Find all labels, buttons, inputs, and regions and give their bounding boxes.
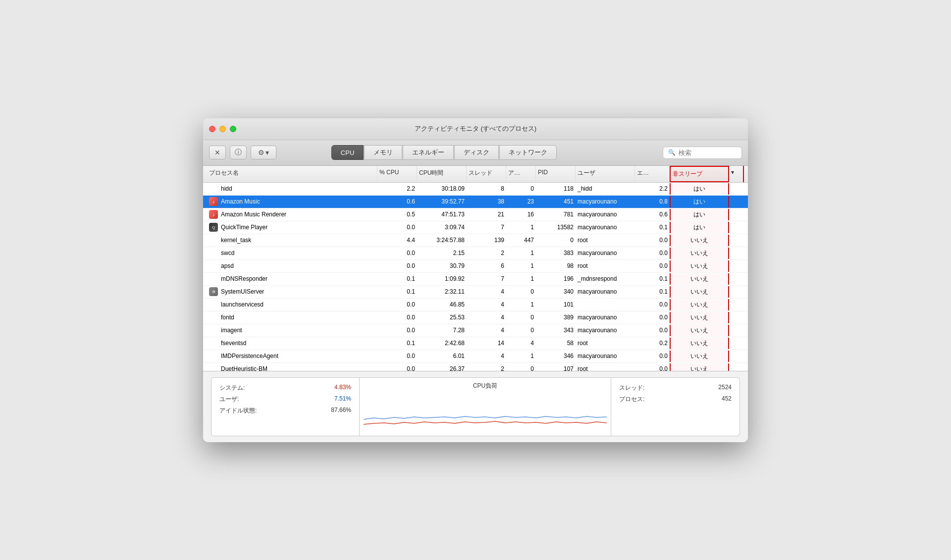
tab-group: CPU メモリ エネルギー ディスク ネットワーク [331,145,557,160]
chart-title: CPU負荷 [473,382,497,390]
tab-energy[interactable]: エネルギー [403,145,454,160]
user-cell: macyarounano [576,209,635,219]
stat-system-value: 4.83% [334,384,351,392]
user-cell: macyarounano [576,287,635,297]
cpu-pct-cell: 0.0 [377,300,417,309]
cpu-time-cell: 3:09.74 [417,222,467,232]
table-row[interactable]: ♪Amazon Music0.639:52.773823451macyaroun… [203,196,748,208]
sort-cell-cell [729,316,744,319]
search-box[interactable]: 🔍 [663,147,742,159]
close-button[interactable] [209,126,215,132]
cpu-time-cell: 47:51.73 [417,209,467,219]
process-name-cell: ⚙SystemUIServer [207,286,377,298]
table-row[interactable]: apsd0.030.796198root0.0いいえ [203,260,748,273]
pid-cell: 346 [536,351,576,361]
process-name: QuickTime Player [221,224,267,231]
energy-cell: 0.6 [635,209,670,219]
sort-cell-cell [729,367,744,370]
table-row[interactable]: ⚙SystemUIServer0.12:32.1140340macyarouna… [203,286,748,299]
sort-cell-cell [729,226,744,229]
minimize-button[interactable] [219,126,226,132]
gear-dropdown-icon: ▾ [265,149,269,156]
col-header-energy[interactable]: エ… [635,166,670,182]
table-row[interactable]: IMDPersistenceAgent0.06.0141346macyaroun… [203,350,748,363]
process-name: Amazon Music [221,198,260,205]
col-header-sort[interactable]: ▾ [729,166,744,182]
process-name-cell: DuetHeuristic-BM [207,364,377,371]
process-name-cell: fontd [207,312,377,322]
threads-cell: 2 [467,248,506,258]
sort-cell-cell [729,200,744,203]
table-row[interactable]: fontd0.025.5340389macyarounano0.0いいえ [203,311,748,324]
sort-cell-cell [729,277,744,280]
energy-cell: 0.0 [635,300,670,309]
col-header-user[interactable]: ユーザ [576,166,635,182]
stat-system-label: システム: [219,384,245,392]
col-header-nonsleep[interactable]: 非スリープ [670,166,729,182]
col-header-cpu-time[interactable]: CPU時間 [417,166,467,182]
cpu-pct-cell: 0.0 [377,248,417,258]
process-name: SystemUIServer [221,288,264,295]
maximize-button[interactable] [230,126,236,132]
table-row[interactable]: imagent0.07.2840343macyarounano0.0いいえ [203,324,748,337]
tab-cpu[interactable]: CPU [331,145,364,160]
table-row[interactable]: DuetHeuristic-BM0.026.3720107root0.0いいえ [203,363,748,371]
threads-cell: 2 [467,364,506,371]
process-name-cell: swcd [207,248,377,258]
process-name: DuetHeuristic-BM [221,365,267,371]
idle-wake-cell: 1 [506,248,536,258]
stat-threads-value: 2524 [718,384,732,392]
nonsleep-cell: はい [670,183,729,195]
col-header-pid[interactable]: PID [536,166,576,182]
idle-wake-cell: 0 [506,325,536,335]
process-table: プロセス名 % CPU CPU時間 スレッド ア… PID ユーザ エ… 非スリ… [203,166,748,371]
sys-icon: ⚙ [209,287,218,296]
table-row[interactable]: QQuickTime Player0.03:09.747113582macyar… [203,221,748,234]
threads-cell: 14 [467,338,506,348]
table-row[interactable]: launchservicesd0.046.85411010.0いいえ [203,299,748,311]
gear-button[interactable]: ⚙ ▾ [251,146,276,159]
energy-cell: 0.2 [635,338,670,348]
pid-cell: 58 [536,338,576,348]
pid-cell: 101 [536,300,576,309]
table-row[interactable]: ♪Amazon Music Renderer0.547:51.732116781… [203,208,748,221]
tab-network[interactable]: ネットワーク [499,145,557,160]
sort-cell-cell [729,342,744,345]
nonsleep-cell: いいえ [670,299,729,310]
nonsleep-cell: いいえ [670,248,729,259]
sort-cell-cell [729,329,744,332]
cpu-time-cell: 2:32.11 [417,287,467,297]
nonsleep-cell: いいえ [670,363,729,371]
idle-wake-cell: 1 [506,274,536,284]
search-input[interactable] [679,149,738,156]
stat-idle-value: 87.66% [331,407,351,415]
tab-disk[interactable]: ディスク [454,145,499,160]
sort-cell-cell [729,355,744,357]
table-row[interactable]: mDNSResponder0.11:09.9271196_mdnsrespond… [203,273,748,286]
process-name-cell: launchservicesd [207,300,377,309]
info-button[interactable]: ⓘ [230,146,247,159]
process-name: IMDPersistenceAgent [221,353,278,359]
col-header-idle-wake[interactable]: ア… [506,166,536,182]
nonsleep-cell: いいえ [670,325,729,336]
col-header-name[interactable]: プロセス名 [207,166,377,182]
cpu-time-cell: 30.79 [417,261,467,271]
activity-monitor-window: アクティビティモニタ (すべてのプロセス) ✕ ⓘ ⚙ ▾ CPU メモリ エネ… [203,118,748,442]
col-header-cpu-pct[interactable]: % CPU [377,166,417,182]
energy-cell: 0.8 [635,197,670,206]
process-name-cell: imagent [207,325,377,335]
user-cell: root [576,261,635,271]
table-row[interactable]: fseventsd0.12:42.6814458root0.2いいえ [203,337,748,350]
info-icon: ⓘ [235,148,242,157]
stat-user-label: ユーザ: [219,395,239,404]
tab-memory[interactable]: メモリ [364,145,402,160]
threads-cell: 4 [467,287,506,297]
table-row[interactable]: swcd0.02.1521383macyarounano0.0いいえ [203,247,748,260]
nonsleep-cell: いいえ [670,286,729,298]
col-header-threads[interactable]: スレッド [467,166,506,182]
stat-processes-label: プロセス: [619,395,644,404]
table-row[interactable]: hidd2.230:18.0980118_hidd2.2はい [203,183,748,196]
close-process-button[interactable]: ✕ [209,146,226,159]
energy-cell: 0.0 [635,248,670,258]
table-row[interactable]: kernel_task4.43:24:57.881394470root0.0いい… [203,234,748,247]
